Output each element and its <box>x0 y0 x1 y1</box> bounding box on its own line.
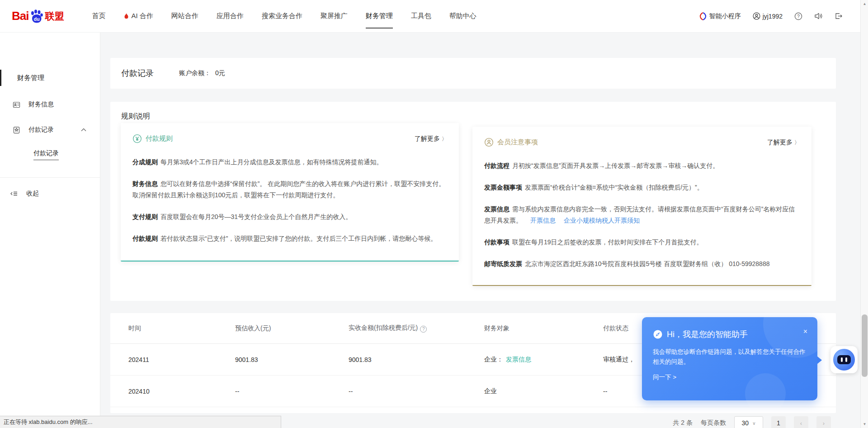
nav-item-help-center[interactable]: 帮助中心 <box>440 0 486 33</box>
sidebar-item-payment-record[interactable]: 付款记录 <box>0 126 100 134</box>
scrollbar-thumb[interactable] <box>862 314 868 377</box>
cell-time: 202411 <box>128 356 235 363</box>
per-page-select[interactable]: 30 ∨ <box>734 416 763 428</box>
rule-item: 财务信息您可以在财务信息中选择“保留付款”。 在此期间您产生的收入将在账户内进行… <box>132 178 447 201</box>
payment-rules-header: 付款规则 了解更多〉 <box>121 123 459 143</box>
payment-rules-card: 付款规则 了解更多〉 分成规则每月第3或4个工作日产出上月分成信息及发票信息，如… <box>121 123 459 262</box>
sidebar-item-finance-info[interactable]: 财务信息 <box>0 100 100 109</box>
small-taxpayer-notice-link[interactable]: 企业小规模纳税人开票须知 <box>564 217 640 224</box>
cell-actual: -- <box>349 388 484 395</box>
nav-item-app[interactable]: 应用合作 <box>208 0 253 33</box>
cell-actual: 9001.83 <box>349 356 484 363</box>
payment-rules-title: 付款规则 <box>146 134 173 143</box>
chevron-right-icon: 〉 <box>442 136 447 142</box>
account-balance-value: 0元 <box>215 69 225 76</box>
nav-item-finance[interactable]: 财务管理 <box>357 0 402 33</box>
sidebar-collapse-button[interactable]: 收起 <box>0 190 100 198</box>
rule-item: 邮寄纸质发票北京市海淀区西北旺东路10号院百度科技园5号楼 百度联盟财务组（收）… <box>484 258 800 270</box>
nav-item-search-business[interactable]: 搜索业务合作 <box>253 0 311 33</box>
rule-item: 发票信息需与系统内发票信息内容完全一致，否则无法支付。请根据发票信息页面中“百度… <box>484 204 800 226</box>
page-scrollbar[interactable]: ▲ ▼ <box>860 0 868 428</box>
scroll-down-arrow[interactable]: ▼ <box>861 420 868 428</box>
payment-rules-more-link[interactable]: 了解更多〉 <box>415 135 447 143</box>
announcement-sound-button[interactable] <box>814 12 823 20</box>
popup-decoration <box>745 373 786 414</box>
rule-item: 发票金额事项发票票面“价税合计”金额=系统中“实收金额（扣除税费后/元）”。 <box>484 182 800 193</box>
help-icon[interactable]: ? <box>420 326 427 333</box>
baidu-union-logo[interactable]: Bai du 联盟 <box>12 9 64 24</box>
cell-time: 202410 <box>128 388 235 395</box>
rules-section-title: 规则说明 <box>110 102 836 121</box>
main-nav: 首页 AI 合作 网站合作 应用合作 搜索业务合作 聚屏推广 财务管理 工具包 … <box>83 0 485 33</box>
user-icon <box>753 12 760 20</box>
assistant-popup: Hi，我是您的智能助手 × 我会帮助您诊断合作链路问题，以及解答您关于任何合作相… <box>642 317 817 400</box>
member-notes-card: 会员注意事项 了解更多〉 付款流程月初按“发票信息”页面开具发票→上传发票→邮寄… <box>472 127 811 286</box>
help-button[interactable]: ? <box>794 12 802 20</box>
cell-finance-object: 企业：发票信息 <box>484 356 603 364</box>
rule-item: 支付规则百度联盟会在每月20号—31号支付企业会员上个自然月产生的收入。 <box>132 211 447 223</box>
member-notes-header: 会员注意事项 了解更多〉 <box>472 127 811 147</box>
top-navbar: Bai du 联盟 首页 AI 合作 网站合作 <box>0 0 868 33</box>
col-estimated-income: 预估收入(元) <box>235 324 349 333</box>
col-finance-object: 财务对象 <box>484 324 603 333</box>
coin-yen-icon <box>132 134 142 143</box>
scroll-up-arrow[interactable]: ▲ <box>861 0 868 8</box>
col-time: 时间 <box>128 324 235 333</box>
nav-right-cluster: 智能小程序 jyj1992 ? <box>699 12 843 20</box>
invoice-info-link[interactable]: 开票信息 <box>530 217 556 224</box>
sidebar-subitem-payment-record[interactable]: 付款记录 <box>0 149 100 157</box>
payment-record-icon <box>13 126 20 134</box>
rule-item: 付款流程月初按“发票信息”页面开具发票→上传发票→邮寄发票→审核→确认支付。 <box>484 160 800 171</box>
svg-text:du: du <box>34 16 40 21</box>
nav-item-website[interactable]: 网站合作 <box>162 0 208 33</box>
assistant-robot-button[interactable] <box>830 346 858 373</box>
invoice-info-table-link[interactable]: 发票信息 <box>506 356 531 363</box>
app-screen: Bai du 联盟 首页 AI 合作 网站合作 <box>0 0 868 428</box>
chevron-up-icon[interactable] <box>81 128 86 132</box>
baidu-paw-icon: du <box>29 9 44 24</box>
user-menu[interactable]: jyj1992 <box>753 12 783 20</box>
per-page-label: 每页条数 <box>701 419 726 427</box>
cell-finance-object: 企业 <box>484 387 603 395</box>
status-text: 正在等待 xlab.baidu.com 的响应... <box>4 418 93 426</box>
chevron-right-icon: 〉 <box>794 139 800 146</box>
rule-item: 付款规则若付款状态显示“已支付”，说明联盟已安排了您的付款。支付后三个工作日内到… <box>132 233 447 244</box>
prev-page-button[interactable]: ‹ <box>794 416 808 428</box>
smart-miniprogram-link[interactable]: 智能小程序 <box>699 12 741 20</box>
rule-item: 分成规则每月第3或4个工作日产出上月分成信息及发票信息，如有特殊情况将提前通知。 <box>132 157 447 168</box>
collapse-icon <box>10 190 18 197</box>
page-title: 付款记录 <box>121 68 154 79</box>
cell-estimated: -- <box>235 388 349 395</box>
rule-item: 付款事项联盟在每月19日之后签收的发票，付款时间安排在下个月首批支付。 <box>484 237 800 248</box>
finance-info-icon <box>13 101 20 109</box>
pagination: 共 2 条 每页条数 30 ∨ 1 ‹ › <box>673 416 831 428</box>
close-icon[interactable]: × <box>803 328 807 335</box>
cell-estimated: 9001.83 <box>235 356 349 363</box>
logout-button[interactable] <box>835 12 843 20</box>
miniprogram-icon <box>699 12 707 20</box>
col-actual-amount: 实收金额(扣除税费后/元)? <box>349 324 484 333</box>
ask-now-link[interactable]: 问一下 > <box>642 367 817 381</box>
nav-item-home[interactable]: 首页 <box>83 0 114 33</box>
member-notes-more-link[interactable]: 了解更多〉 <box>767 138 800 147</box>
sidebar: 财务管理 财务信息 付款记录 <box>0 33 100 428</box>
rules-card: 规则说明 付款规则 了解更多〉 分成规则每月第3或4 <box>110 102 836 301</box>
page-number-button[interactable]: 1 <box>771 416 786 428</box>
nav-item-ai[interactable]: AI 合作 <box>114 0 162 33</box>
username: jyj1992 <box>763 13 783 20</box>
logo-text-bai: Bai <box>12 9 28 23</box>
pagination-total: 共 2 条 <box>673 419 693 427</box>
popup-pointer <box>817 356 822 364</box>
sidebar-divider <box>0 177 100 178</box>
chevron-down-icon: ∨ <box>752 421 755 426</box>
nav-item-screen-promo[interactable]: 聚屏推广 <box>311 0 357 33</box>
sidebar-section-finance[interactable]: 财务管理 <box>0 72 100 83</box>
nav-item-toolkit[interactable]: 工具包 <box>402 0 440 33</box>
account-balance-label: 账户余额： <box>179 69 211 76</box>
next-page-button[interactable]: › <box>816 416 831 428</box>
robot-avatar <box>833 349 855 371</box>
member-coin-icon <box>484 138 494 147</box>
page-header-card: 付款记录 账户余额： 0元 <box>110 58 836 89</box>
assistant-title: Hi，我是您的智能助手 <box>667 329 748 340</box>
flame-icon <box>123 13 129 20</box>
